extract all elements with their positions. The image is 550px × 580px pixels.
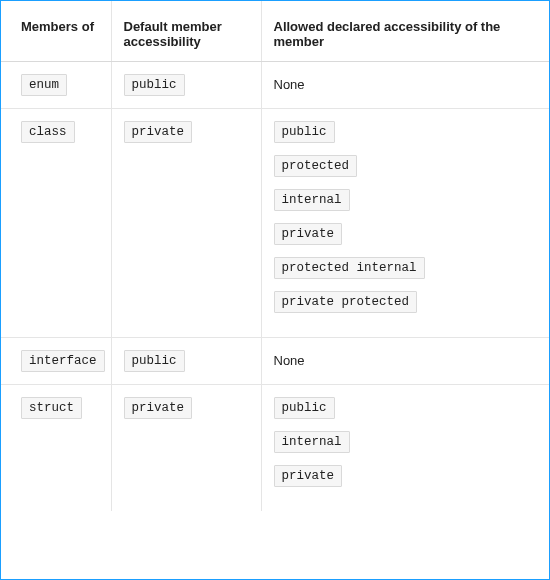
header-default-accessibility: Default member accessibility [111, 1, 261, 62]
allowed-accessibility-code: protected internal [274, 257, 425, 279]
cell-members-of: class [1, 109, 111, 338]
allowed-accessibility-code: public [274, 397, 335, 419]
cell-default-accessibility: private [111, 109, 261, 338]
default-accessibility-code: public [124, 74, 185, 96]
header-members-of: Members of [1, 1, 111, 62]
cell-allowed-accessibility: None [261, 338, 549, 385]
allowed-plain-text: None [274, 350, 305, 368]
cell-default-accessibility: public [111, 338, 261, 385]
default-accessibility-code: public [124, 350, 185, 372]
cell-allowed-accessibility: None [261, 62, 549, 109]
table-row: structprivatepublicinternalprivate [1, 385, 549, 512]
default-accessibility-code: private [124, 397, 193, 419]
members-type-code: class [21, 121, 75, 143]
accessibility-table: Members of Default member accessibility … [1, 1, 549, 511]
table-row: classprivatepublicprotectedinternalpriva… [1, 109, 549, 338]
cell-allowed-accessibility: publicinternalprivate [261, 385, 549, 512]
cell-default-accessibility: public [111, 62, 261, 109]
cell-members-of: struct [1, 385, 111, 512]
table-row: enumpublicNone [1, 62, 549, 109]
allowed-plain-text: None [274, 74, 305, 92]
table-row: interfacepublicNone [1, 338, 549, 385]
allowed-accessibility-code: private protected [274, 291, 418, 313]
allowed-accessibility-code: protected [274, 155, 358, 177]
members-type-code: struct [21, 397, 82, 419]
default-accessibility-code: private [124, 121, 193, 143]
members-type-code: interface [21, 350, 105, 372]
allowed-accessibility-code: internal [274, 189, 350, 211]
cell-members-of: enum [1, 62, 111, 109]
allowed-accessibility-code: private [274, 223, 343, 245]
members-type-code: enum [21, 74, 67, 96]
allowed-accessibility-code: private [274, 465, 343, 487]
allowed-accessibility-code: internal [274, 431, 350, 453]
accessibility-table-frame: Members of Default member accessibility … [0, 0, 550, 580]
header-allowed-accessibility: Allowed declared accessibility of the me… [261, 1, 549, 62]
allowed-accessibility-code: public [274, 121, 335, 143]
cell-members-of: interface [1, 338, 111, 385]
allowed-codes-list: publicinternalprivate [274, 397, 538, 499]
allowed-codes-list: publicprotectedinternalprivateprotected … [274, 121, 538, 325]
cell-allowed-accessibility: publicprotectedinternalprivateprotected … [261, 109, 549, 338]
cell-default-accessibility: private [111, 385, 261, 512]
